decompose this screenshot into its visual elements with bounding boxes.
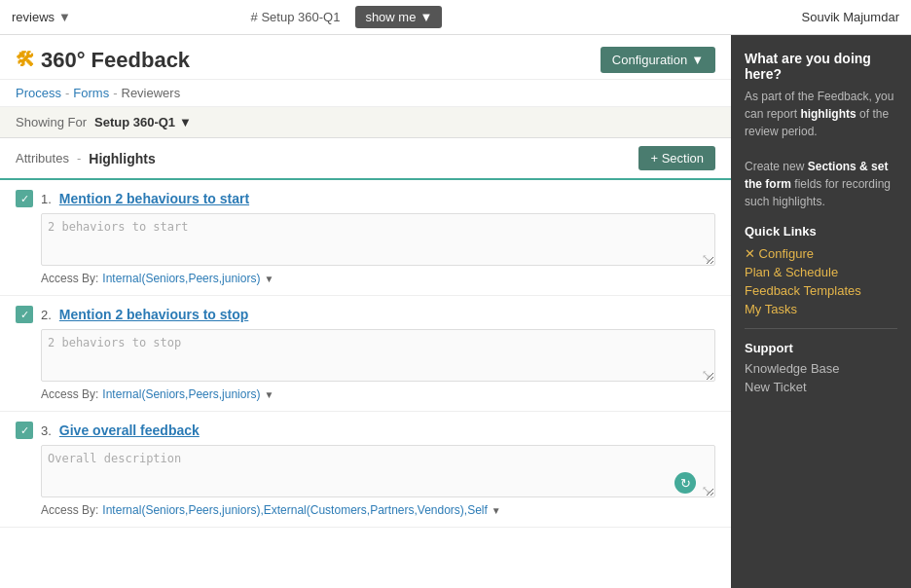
section-bar: Attributes - Highlights + Section (0, 138, 731, 180)
breadcrumb-sep2: - (113, 86, 117, 100)
answer-area: 2 behaviors to stop ⤡ (41, 329, 715, 382)
config-btn-arrow: ▼ (691, 53, 704, 67)
refresh-icon[interactable]: ↻ (674, 472, 696, 494)
configure-link[interactable]: ✕ Configure (745, 246, 897, 261)
sidebar-what-title: What are you doing here? (745, 51, 897, 82)
answer-textarea[interactable]: 2 behaviors to stop (41, 329, 715, 382)
answer-textarea[interactable]: Overall description (41, 445, 715, 497)
question-number: 3. (41, 423, 52, 438)
breadcrumb-forms[interactable]: Forms (73, 86, 109, 100)
my-tasks-link[interactable]: My Tasks (745, 302, 897, 316)
question-number: 1. (41, 192, 52, 206)
top-nav-center: # Setup 360-Q1 show me ▼ (251, 6, 443, 28)
answer-textarea-row: 2 behaviors to stop ⤡ (41, 329, 715, 382)
setup-hash: # Setup 360-Q1 (251, 10, 341, 24)
access-by-label: Access By: (41, 387, 98, 401)
answer-textarea-row: Overall description ↻ ⤡ (41, 445, 715, 497)
breadcrumb-sep1: - (65, 86, 69, 100)
access-by-row: Access By: Internal(Seniors,Peers,junior… (41, 272, 715, 285)
sidebar-highlights-word: highlights (800, 107, 856, 121)
knowledge-base-link[interactable]: Knowledge Base (745, 361, 897, 376)
highlights-label: Highlights (89, 151, 155, 166)
check-icon: ✓ (16, 422, 33, 439)
new-ticket-link[interactable]: New Ticket (745, 380, 897, 394)
show-me-button[interactable]: show me ▼ (355, 6, 442, 28)
attributes-label: Attributes (16, 151, 69, 165)
section-bar-left: Attributes - Highlights (16, 151, 156, 166)
support-title: Support (745, 341, 897, 355)
top-nav: reviews ▼ # Setup 360-Q1 show me ▼ Souvi… (0, 0, 911, 35)
add-section-button[interactable]: + Section (638, 146, 715, 170)
page-title: 360° Feedback (41, 48, 190, 73)
feedback-templates-link[interactable]: Feedback Templates (745, 283, 897, 298)
content-area: 🛠 360° Feedback Configuration ▼ Process … (0, 35, 731, 588)
showing-for-label: Showing For (16, 115, 87, 129)
breadcrumb-reviewers: Reviewers (122, 86, 181, 100)
user-name: Souvik Majumdar (802, 10, 899, 24)
main-layout: 🛠 360° Feedback Configuration ▼ Process … (0, 35, 911, 588)
setup-dropdown[interactable]: Setup 360-Q1 ▼ (94, 115, 192, 129)
sidebar-divider (745, 328, 897, 329)
reviews-dropdown[interactable]: reviews ▼ (12, 10, 71, 24)
access-by-row: Access By: Internal(Seniors,Peers,junior… (41, 387, 715, 401)
top-nav-left: reviews ▼ (12, 10, 71, 24)
sidebar: What are you doing here? As part of the … (731, 35, 911, 588)
answer-area: Overall description ↻ ⤡ (41, 445, 715, 497)
access-by-label: Access By: (41, 503, 98, 517)
access-dropdown-arrow[interactable]: ▼ (264, 389, 273, 400)
show-me-label: show me (365, 10, 416, 24)
question-item: ✓ 1. Mention 2 behaviours to start 2 beh… (0, 180, 731, 296)
question-header: ✓ 2. Mention 2 behaviours to stop (16, 306, 715, 323)
question-number: 2. (41, 308, 52, 322)
access-by-row: Access By: Internal(Seniors,Peers,junior… (41, 503, 715, 517)
breadcrumb: Process - Forms - Reviewers (0, 80, 731, 107)
reviews-arrow: ▼ (58, 10, 71, 24)
configuration-button[interactable]: Configuration ▼ (601, 47, 715, 73)
access-dropdown-arrow[interactable]: ▼ (264, 274, 273, 284)
add-section-label: + Section (650, 151, 704, 165)
question-header: ✓ 1. Mention 2 behaviours to start (16, 190, 715, 207)
check-icon: ✓ (16, 190, 33, 207)
quick-links-title: Quick Links (745, 224, 897, 239)
access-by-value[interactable]: Internal(Seniors,Peers,juniors) (102, 387, 260, 401)
question-header: ✓ 3. Give overall feedback (16, 422, 715, 439)
question-item: ✓ 3. Give overall feedback Overall descr… (0, 412, 731, 528)
config-btn-label: Configuration (612, 53, 687, 67)
answer-area: 2 behaviors to start ⤡ (41, 213, 715, 266)
page-title-block: 🛠 360° Feedback (16, 48, 601, 73)
questions-container: ✓ 1. Mention 2 behaviours to start 2 beh… (0, 180, 731, 528)
show-me-arrow: ▼ (419, 10, 432, 24)
showing-for-bar: Showing For Setup 360-Q1 ▼ (0, 107, 731, 138)
section-dash: - (77, 151, 81, 165)
check-icon: ✓ (16, 306, 33, 323)
access-by-label: Access By: (41, 272, 98, 285)
answer-textarea[interactable]: 2 behaviors to start (41, 213, 715, 266)
reviews-label: reviews (12, 10, 55, 24)
resize-handle: ⤡ (702, 252, 711, 262)
access-dropdown-arrow[interactable]: ▼ (492, 505, 501, 516)
question-item: ✓ 2. Mention 2 behaviours to stop 2 beha… (0, 296, 731, 412)
access-by-value[interactable]: Internal(Seniors,Peers,juniors) (102, 272, 260, 285)
access-by-value[interactable]: Internal(Seniors,Peers,juniors),External… (102, 503, 488, 517)
plan-schedule-link[interactable]: Plan & Schedule (745, 265, 897, 279)
answer-textarea-row: 2 behaviors to start ⤡ (41, 213, 715, 266)
question-text[interactable]: Give overall feedback (59, 423, 200, 438)
breadcrumb-process[interactable]: Process (16, 86, 61, 100)
resize-handle: ⤡ (702, 484, 711, 494)
question-text[interactable]: Mention 2 behaviours to stop (59, 307, 248, 322)
sidebar-desc-part3: Create new (745, 160, 808, 173)
setup-value: Setup 360-Q1 (94, 115, 175, 129)
feedback-icon: 🛠 (16, 49, 35, 71)
sidebar-desc: As part of the Feedback, you can report … (745, 88, 897, 210)
page-header: 🛠 360° Feedback Configuration ▼ (0, 35, 731, 80)
question-text[interactable]: Mention 2 behaviours to start (59, 191, 249, 206)
resize-handle: ⤡ (702, 368, 711, 378)
setup-arrow: ▼ (179, 115, 192, 129)
